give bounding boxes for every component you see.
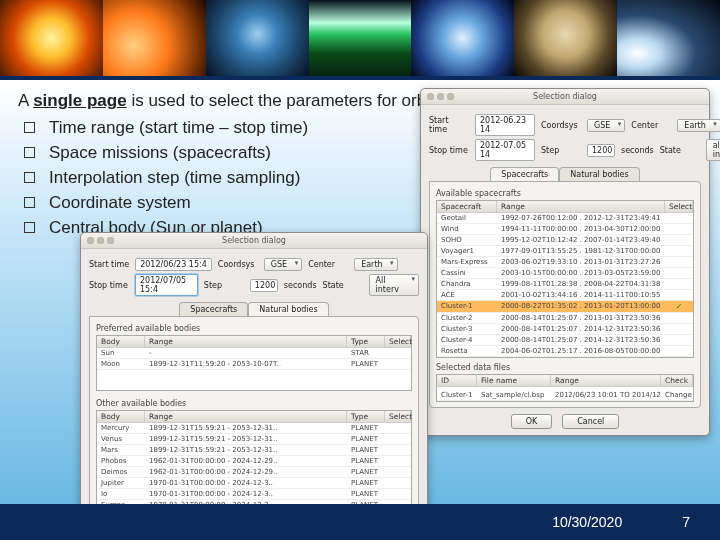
col-check[interactable]: Check: [661, 375, 693, 386]
preferred-bodies-list[interactable]: Body Range Type Select Sun-STARMoon1899-…: [96, 335, 412, 391]
spacecraft-row[interactable]: Rosetta2004-06-02T01:25:17 . 2016-08-05T…: [437, 346, 693, 357]
step-input[interactable]: 1200: [250, 279, 278, 292]
coordsys-select[interactable]: GSE: [587, 119, 625, 132]
col-range[interactable]: Range: [497, 201, 665, 212]
tab-natural-bodies[interactable]: Natural bodies: [248, 302, 328, 316]
center-select[interactable]: Earth: [354, 258, 397, 271]
banner-saturn: [514, 0, 617, 76]
center-label: Center: [631, 121, 671, 130]
col-filename[interactable]: File name: [477, 375, 551, 386]
spacecraft-list[interactable]: Spacecraft Range Select Geotail1992-07-2…: [436, 200, 694, 358]
preferred-bodies-header: Preferred available bodies: [96, 324, 412, 333]
col-type[interactable]: Type: [347, 411, 385, 422]
body-row[interactable]: Mars1899-12-31T15:59:21 - 2053-12-31..PL…: [97, 445, 411, 456]
tab-spacecrafts[interactable]: Spacecrafts: [490, 167, 559, 181]
stop-time-input[interactable]: 2012-07.05 14: [475, 139, 535, 161]
state-select[interactable]: all interva: [706, 139, 720, 161]
spacecraft-row[interactable]: ACE2001-10-02T13:44:16 . 2014-11-11T00:1…: [437, 290, 693, 301]
state-select[interactable]: All interv: [369, 274, 419, 296]
col-spacecraft[interactable]: Spacecraft: [437, 201, 497, 212]
coordsys-label: Coordsys: [541, 121, 581, 130]
selected-files-header: Selected data files: [436, 363, 694, 372]
banner-comet: [617, 0, 720, 76]
col-select[interactable]: Select: [665, 201, 693, 212]
body-row[interactable]: Moon1899-12-31T11:59:20 - 2053-10-07T..P…: [97, 359, 411, 370]
dialog-title: Selection dialog: [81, 236, 427, 245]
body-row[interactable]: Jupiter1970-01-31T00:00:00 - 2024-12-3..…: [97, 478, 411, 489]
center-select[interactable]: Earth: [677, 119, 720, 132]
body-row[interactable]: Mercury1899-12-31T15:59:21 - 2053-12-31.…: [97, 423, 411, 434]
tab-spacecrafts[interactable]: Spacecrafts: [179, 302, 248, 316]
selection-dialog-spacecrafts: Selection dialog Start time 2012-06.23 1…: [420, 88, 710, 436]
col-select[interactable]: Select: [385, 336, 411, 347]
col-body[interactable]: Body: [97, 411, 145, 422]
spacecraft-row[interactable]: Mars-Express2003-06-02T19:33:10 . 2013-0…: [437, 257, 693, 268]
step-input[interactable]: 1200: [587, 144, 615, 157]
spacecraft-row[interactable]: Geotail1992-07-26T00:12:00 . 2012-12-31T…: [437, 213, 693, 224]
titlebar[interactable]: Selection dialog: [81, 233, 427, 249]
footer: 10/30/2020 7: [0, 504, 720, 540]
body-row[interactable]: Io1970-01-31T00:00:00 - 2024-12-3..PLANE…: [97, 489, 411, 500]
spacecraft-row[interactable]: Cluster-42000-08-14T01:25:07 . 2014-12-3…: [437, 335, 693, 346]
other-bodies-header: Other available bodies: [96, 399, 412, 408]
start-time-input[interactable]: 2012-06.23 14: [475, 114, 535, 136]
bullet-icon: [24, 197, 35, 208]
body-row[interactable]: Deimos1962-01-31T00:00:00 - 2024-12-29..…: [97, 467, 411, 478]
step-unit-label: seconds: [284, 281, 317, 290]
available-spacecrafts-header: Available spacecrafts: [436, 189, 694, 198]
body-row[interactable]: Venus1899-12-31T15:59:21 - 2053-12-31..P…: [97, 434, 411, 445]
spacecraft-row[interactable]: Chandra1999-08-11T01:28:38 . 2008-04-22T…: [437, 279, 693, 290]
col-range[interactable]: Range: [145, 411, 347, 422]
col-select[interactable]: Select: [385, 411, 411, 422]
start-time-label: Start time: [89, 260, 129, 269]
banner-aurora: [309, 0, 412, 76]
banner-earth: [206, 0, 309, 76]
step-unit-label: seconds: [621, 146, 654, 155]
banner-sun: [0, 0, 103, 76]
dialog-title: Selection dialog: [421, 92, 709, 101]
banner-flare: [103, 0, 206, 76]
center-label: Center: [308, 260, 348, 269]
cancel-button[interactable]: Cancel: [562, 414, 619, 429]
bullet-icon: [24, 147, 35, 158]
bullet-icon: [24, 222, 35, 233]
col-body[interactable]: Body: [97, 336, 145, 347]
spacecraft-row[interactable]: Wind1994-11-11T00:00:00 . 2013-04-30T12:…: [437, 224, 693, 235]
step-label: Step: [541, 146, 581, 155]
coordsys-select[interactable]: GSE: [264, 258, 302, 271]
body-row[interactable]: Sun-STAR: [97, 348, 411, 359]
spacecraft-row[interactable]: Cluster-32000-08-14T01:25:07 . 2014-12-3…: [437, 324, 693, 335]
coordsys-label: Coordsys: [218, 260, 258, 269]
ok-button[interactable]: OK: [511, 414, 553, 429]
start-time-input[interactable]: 2012/06/23 15:4: [135, 258, 212, 271]
spacecraft-row[interactable]: Cluster-22000-08-14T01:25:07 . 2013-01-3…: [437, 313, 693, 324]
col-range[interactable]: Range: [145, 336, 347, 347]
tab-natural-bodies[interactable]: Natural bodies: [559, 167, 639, 181]
state-label: State: [660, 146, 700, 155]
selected-files-list[interactable]: ID File name Range Check Cluster-1 Sat_s…: [436, 374, 694, 402]
spacecraft-row[interactable]: Cassini2003-10-15T00:00:00 . 2013-03-05T…: [437, 268, 693, 279]
bullet-icon: [24, 172, 35, 183]
spacecraft-row[interactable]: Voyager11977-09-01T13:55:25 . 1981-12-31…: [437, 246, 693, 257]
titlebar[interactable]: Selection dialog: [421, 89, 709, 105]
body-row[interactable]: Phobos1962-01-31T00:00:00 - 2024-12-29..…: [97, 456, 411, 467]
col-type[interactable]: Type: [347, 336, 385, 347]
step-label: Step: [204, 281, 244, 290]
spacecraft-row[interactable]: Cluster-12000-08-22T01:35:02 . 2013-01-2…: [437, 301, 693, 313]
stop-time-label: Stop time: [89, 281, 129, 290]
footer-page-number: 7: [682, 514, 690, 530]
state-label: State: [323, 281, 363, 290]
col-id[interactable]: ID: [437, 375, 477, 386]
banner-image-strip: [0, 0, 720, 76]
stop-time-input[interactable]: 2012/07/05 15:4: [135, 274, 198, 296]
start-time-label: Start time: [429, 116, 469, 134]
col-file-range[interactable]: Range: [551, 375, 661, 386]
footer-date: 10/30/2020: [552, 514, 622, 530]
selection-dialog-bodies: Selection dialog Start time 2012/06/23 1…: [80, 232, 428, 540]
spacecraft-row[interactable]: SOHO1995-12-02T10:12:42 . 2007-01-14T23:…: [437, 235, 693, 246]
banner-blue-planet: [411, 0, 514, 76]
bullet-icon: [24, 122, 35, 133]
stop-time-label: Stop time: [429, 146, 469, 155]
file-row[interactable]: Cluster-1 Sat_sample/cl.bsp 2012/06/23 1…: [437, 390, 693, 401]
